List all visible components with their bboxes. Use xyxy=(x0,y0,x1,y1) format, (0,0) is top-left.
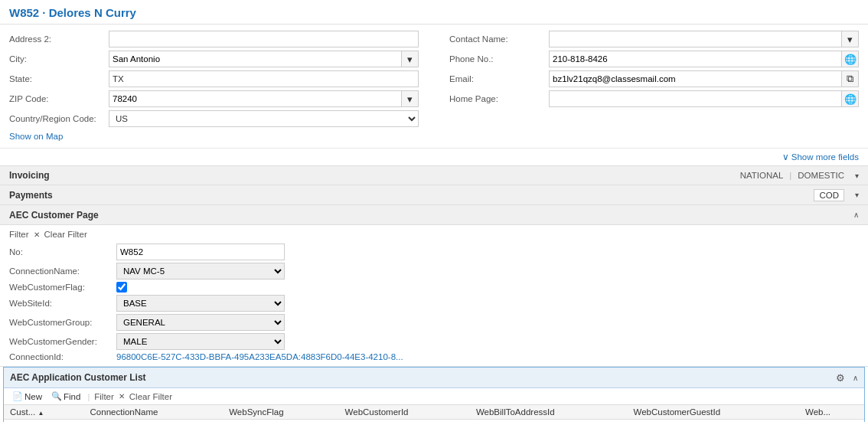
show-more-fields[interactable]: ∨ Show more fields xyxy=(0,149,868,165)
cell-cust: W852 xyxy=(4,420,84,423)
find-label: Find xyxy=(64,392,80,401)
no-input[interactable] xyxy=(116,244,285,260)
payments-title: Payments xyxy=(9,190,814,201)
connection-name-label: ConnectionName: xyxy=(9,266,116,276)
aec-customer-page-bar[interactable]: AEC Customer Page ∧ xyxy=(0,205,868,225)
page-title: W852 · Delores N Curry xyxy=(0,0,868,25)
email-copy-icon[interactable]: ⧉ xyxy=(842,70,859,87)
homepage-input[interactable] xyxy=(549,90,842,107)
zip-label: ZIP Code: xyxy=(9,94,109,103)
zip-dropdown-icon[interactable]: ▾ xyxy=(402,90,419,107)
find-button[interactable]: 🔍 Find xyxy=(49,391,83,402)
new-icon: 📄 xyxy=(12,391,23,401)
col-web-bill-to: WebBillToAddressId xyxy=(470,405,628,420)
aec-customer-page-chevron-icon: ∧ xyxy=(853,211,859,219)
country-label: Country/Region Code: xyxy=(9,114,109,123)
web-customer-gender-label: WebCustomerGender: xyxy=(9,337,116,346)
list-filter-label: Filter xyxy=(94,392,114,401)
toolbar-separator: | xyxy=(87,392,90,401)
show-map-link[interactable]: Show on Map xyxy=(9,132,63,141)
domestic-label: DOMESTIC xyxy=(798,171,844,180)
aec-list-table: Cust... ▲ ConnectionName WebSyncFlag Web… xyxy=(4,405,864,422)
cell-web-bill-to: 714 xyxy=(470,420,628,423)
contact-name-input[interactable] xyxy=(549,31,842,47)
web-customer-group-label: WebCustomerGroup: xyxy=(9,318,116,327)
sort-asc-icon: ▲ xyxy=(38,410,44,417)
cell-connection-name: NAV MC-5 xyxy=(84,420,224,423)
payments-chevron-icon: ▾ xyxy=(855,191,859,199)
city-input[interactable] xyxy=(109,51,402,67)
aec-list-settings-icon[interactable]: ⚙ xyxy=(833,370,848,385)
invoicing-chevron-icon: ▾ xyxy=(855,172,859,180)
aec-clear-filter-btn[interactable]: Clear Filter xyxy=(44,230,87,239)
col-cust[interactable]: Cust... ▲ xyxy=(4,405,84,420)
invoicing-title: Invoicing xyxy=(9,170,740,181)
col-connection-name: ConnectionName xyxy=(84,405,224,420)
phone-input[interactable] xyxy=(549,51,842,67)
connection-id-label: ConnectionId: xyxy=(9,352,116,361)
aec-customer-page-title: AEC Customer Page xyxy=(9,210,849,221)
contact-name-dropdown-icon[interactable]: ▾ xyxy=(842,31,859,47)
web-customer-group-select[interactable]: GENERAL xyxy=(116,314,285,331)
national-label: NATIONAL xyxy=(740,171,784,180)
cell-web-checked: ✓ xyxy=(799,420,864,423)
state-input[interactable] xyxy=(109,70,419,87)
cell-web-customer-id: 852 xyxy=(339,420,470,423)
contact-name-label: Contact Name: xyxy=(449,34,549,44)
aec-clear-filter-icon: ✕ xyxy=(34,230,40,239)
address2-label: Address 2: xyxy=(9,34,109,44)
aec-list-section: AEC Application Customer List ⚙ ∧ 📄 New … xyxy=(3,367,865,422)
homepage-globe-icon[interactable]: 🌐 xyxy=(842,90,859,107)
aec-list-chevron-icon[interactable]: ∧ xyxy=(853,374,858,382)
web-customer-gender-select[interactable]: MALE xyxy=(116,333,285,350)
find-icon: 🔍 xyxy=(51,391,62,401)
cod-badge: COD xyxy=(814,189,844,201)
invoicing-bar[interactable]: Invoicing NATIONAL | DOMESTIC ▾ xyxy=(0,165,868,185)
phone-label: Phone No.: xyxy=(449,54,549,64)
col-web: Web... xyxy=(799,405,864,420)
list-clear-filter-icon: ✕ xyxy=(119,392,125,400)
phone-icon-btn[interactable]: 🌐 xyxy=(842,51,859,67)
no-label: No: xyxy=(9,247,116,257)
new-label: New xyxy=(24,392,42,401)
web-customer-flag-checkbox[interactable] xyxy=(116,282,127,293)
web-customer-flag-label: WebCustomerFlag: xyxy=(9,283,116,292)
cell-web-sync-flag: T xyxy=(223,420,338,423)
state-label: State: xyxy=(9,74,109,83)
list-clear-filter-btn[interactable]: Clear Filter xyxy=(129,392,172,401)
new-button[interactable]: 📄 New xyxy=(10,391,44,402)
address2-input[interactable] xyxy=(109,31,419,47)
col-web-sync-flag: WebSyncFlag xyxy=(223,405,338,420)
homepage-label: Home Page: xyxy=(449,94,549,103)
aec-list-title: AEC Application Customer List xyxy=(10,372,833,383)
payments-bar[interactable]: Payments COD ▾ xyxy=(0,185,868,205)
connection-name-select[interactable]: NAV MC-5 xyxy=(116,263,285,280)
zip-input[interactable] xyxy=(109,90,402,107)
city-dropdown-icon[interactable]: ▾ xyxy=(402,51,419,67)
connection-id-link[interactable]: 96800C6E-527C-433D-BBFA-495A233EA5DA:488… xyxy=(116,352,403,361)
cell-web-customer-guest: 0 xyxy=(628,420,799,423)
email-input[interactable] xyxy=(549,70,842,87)
aec-filter-label: Filter xyxy=(9,230,29,239)
col-web-customer-id: WebCustomerId xyxy=(339,405,470,420)
country-select[interactable]: US xyxy=(109,110,419,127)
table-row: W852 NAV MC-5 T 852 714 0 ✓ xyxy=(4,420,864,423)
col-web-customer-guest: WebCustomerGuestId xyxy=(628,405,799,420)
email-label: Email: xyxy=(449,74,549,83)
web-site-id-select[interactable]: BASE xyxy=(116,295,285,312)
city-label: City: xyxy=(9,54,109,64)
web-site-id-label: WebSiteId: xyxy=(9,299,116,308)
